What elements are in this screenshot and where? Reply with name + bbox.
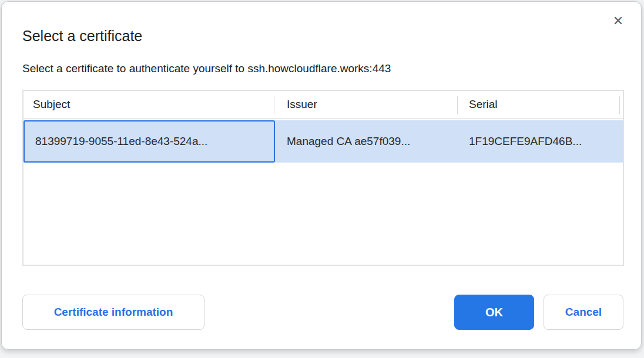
column-header-serial[interactable]: Serial bbox=[469, 91, 498, 118]
certificate-information-button[interactable]: Certificate information bbox=[22, 295, 204, 330]
cell-issuer[interactable]: Managed CA ae57f039... bbox=[287, 120, 410, 163]
column-divider bbox=[274, 96, 274, 114]
table-header-row: Subject Issuer Serial bbox=[24, 91, 623, 119]
dialog-subtitle: Select a certificate to authenticate you… bbox=[22, 62, 391, 75]
certificate-select-dialog: ✕ Select a certificate Select a certific… bbox=[1, 1, 642, 350]
dialog-title: Select a certificate bbox=[22, 28, 142, 45]
cancel-button[interactable]: Cancel bbox=[544, 295, 623, 330]
column-header-subject[interactable]: Subject bbox=[33, 91, 70, 118]
certificate-table: Subject Issuer Serial 81399719-9055-11ed… bbox=[22, 90, 624, 266]
cell-serial[interactable]: 1F19CEFE9AFD46B... bbox=[469, 120, 582, 163]
close-icon[interactable]: ✕ bbox=[609, 12, 627, 30]
column-divider bbox=[619, 96, 620, 114]
focused-cell-outline bbox=[24, 120, 275, 163]
column-header-issuer[interactable]: Issuer bbox=[287, 91, 317, 118]
column-divider bbox=[457, 96, 458, 114]
ok-button[interactable]: OK bbox=[454, 295, 534, 330]
certificate-row-selected[interactable]: 81399719-9055-11ed-8e43-524a... Managed … bbox=[24, 120, 623, 163]
